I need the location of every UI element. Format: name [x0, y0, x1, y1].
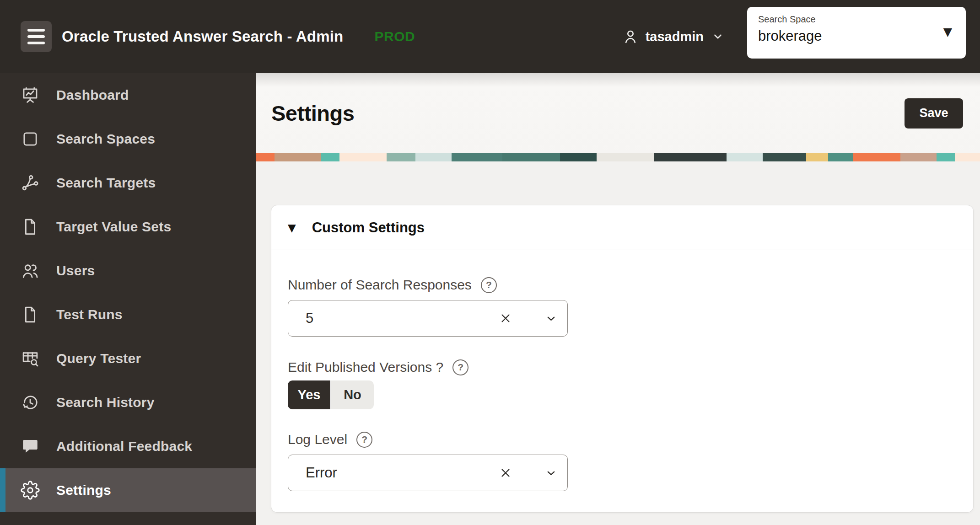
- sidebar-item-label: Settings: [56, 482, 111, 498]
- toggle-no-button[interactable]: No: [331, 380, 374, 409]
- sidebar-item-label: Users: [56, 263, 95, 279]
- sidebar-item-label: Additional Feedback: [56, 439, 192, 454]
- field-label: Number of Search Responses: [288, 277, 472, 293]
- toggle-yes-button[interactable]: Yes: [288, 380, 331, 409]
- chevron-down-icon[interactable]: [545, 312, 557, 325]
- hamburger-menu-button[interactable]: [21, 21, 52, 52]
- field-label-row: Number of Search Responses ?: [288, 275, 957, 295]
- user-name: tasadmin: [646, 29, 704, 44]
- dropdown-caret-icon: ▼: [943, 25, 952, 38]
- branch-nodes-icon: [21, 173, 40, 193]
- decorative-banner: [256, 153, 980, 161]
- sidebar-item-dashboard[interactable]: Dashboard: [0, 73, 256, 117]
- sidebar-item-label: Target Value Sets: [56, 219, 171, 235]
- sidebar-item-label: Search History: [56, 395, 155, 410]
- user-menu[interactable]: tasadmin: [622, 0, 724, 73]
- panel-collapse-header[interactable]: ▼ Custom Settings: [271, 205, 973, 250]
- chat-bubble-icon: [21, 437, 40, 456]
- help-icon[interactable]: ?: [481, 277, 497, 293]
- collapse-caret-icon: ▼: [288, 222, 296, 234]
- person-icon: [622, 28, 639, 45]
- search-responses-input[interactable]: [288, 300, 490, 336]
- sidebar-item-target-value-sets[interactable]: Target Value Sets: [0, 205, 256, 249]
- gear-icon: [21, 481, 40, 500]
- search-space-selector[interactable]: Search Space brokerage ▼: [747, 7, 966, 59]
- sidebar-item-label: Test Runs: [56, 307, 123, 322]
- sidebar-item-settings[interactable]: Settings: [0, 468, 256, 512]
- page-title: Settings: [271, 101, 354, 126]
- help-icon[interactable]: ?: [356, 432, 372, 448]
- selected-accent-bar: [0, 468, 5, 512]
- sidebar-item-search-history[interactable]: Search History: [0, 380, 256, 424]
- custom-settings-panel: ▼ Custom Settings Number of Search Respo…: [271, 205, 973, 512]
- chevron-down-icon: [712, 31, 724, 43]
- field-label-row: Edit Published Versions ? ?: [288, 358, 957, 377]
- app-header: Oracle Trusted Answer Search - Admin PRO…: [0, 0, 980, 73]
- help-icon[interactable]: ?: [452, 359, 468, 375]
- save-button[interactable]: Save: [905, 98, 963, 129]
- sidebar-item-users[interactable]: Users: [0, 249, 256, 293]
- table-search-icon: [21, 349, 40, 368]
- edit-published-toggle: Yes No: [288, 380, 374, 409]
- sidebar-item-search-targets[interactable]: Search Targets: [0, 161, 256, 205]
- sidebar-item-label: Search Spaces: [56, 131, 155, 147]
- log-level-input[interactable]: [288, 455, 490, 491]
- document-icon: [21, 217, 40, 236]
- square-icon: [21, 129, 40, 149]
- page-header: Settings Save: [256, 73, 980, 153]
- chevron-down-icon[interactable]: [545, 467, 557, 479]
- sidebar-item-additional-feedback[interactable]: Additional Feedback: [0, 424, 256, 468]
- sidebar-item-test-runs[interactable]: Test Runs: [0, 293, 256, 337]
- hamburger-icon: [27, 29, 45, 32]
- clear-icon[interactable]: [499, 466, 512, 480]
- app-title: Oracle Trusted Answer Search - Admin: [62, 28, 343, 45]
- search-space-label: Search Space: [758, 14, 955, 25]
- main-content: Settings Save ▼ Custom Settings Number o…: [256, 73, 980, 525]
- environment-badge: PROD: [374, 29, 415, 44]
- sidebar-item-label: Query Tester: [56, 351, 141, 366]
- sidebar-item-query-tester[interactable]: Query Tester: [0, 337, 256, 380]
- search-responses-combobox: [288, 300, 568, 337]
- panel-body: Number of Search Responses ?: [271, 250, 973, 491]
- panel-title: Custom Settings: [312, 220, 425, 236]
- users-icon: [21, 261, 40, 280]
- field-label: Log Level: [288, 432, 347, 447]
- sidebar-item-label: Dashboard: [56, 87, 129, 103]
- field-label: Edit Published Versions ?: [288, 359, 443, 375]
- history-clock-icon: [21, 393, 40, 412]
- clear-icon[interactable]: [499, 311, 512, 325]
- field-label-row: Log Level ?: [288, 430, 957, 449]
- sidebar: Dashboard Search Spaces Search Targets T…: [0, 73, 256, 525]
- search-space-value: brokerage: [758, 28, 955, 44]
- dashboard-icon: [21, 86, 40, 105]
- document-icon: [21, 305, 40, 324]
- sidebar-item-label: Search Targets: [56, 175, 156, 191]
- sidebar-item-search-spaces[interactable]: Search Spaces: [0, 117, 256, 161]
- log-level-combobox: [288, 455, 568, 491]
